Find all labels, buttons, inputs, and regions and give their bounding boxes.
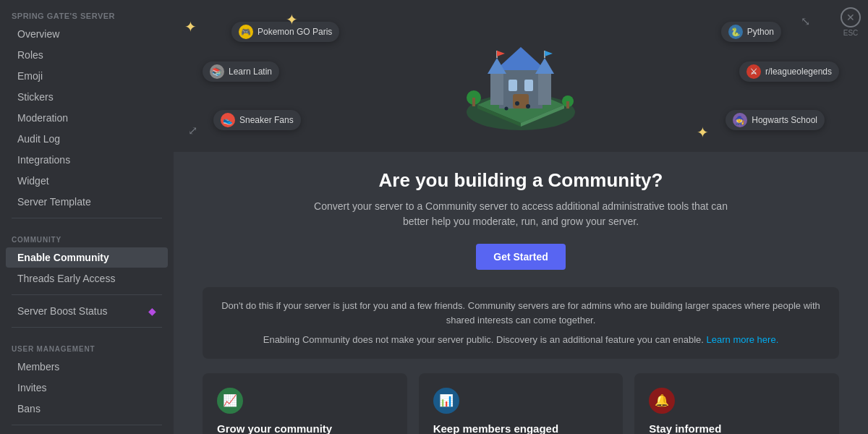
section-community: COMMUNITY [0,224,174,247]
sidebar-item-audit-log[interactable]: Audit Log [6,129,168,149]
expand-icon-bottomleft: ⤢ [188,124,197,137]
feature-card-engaged: 📊 Keep members engaged Access tools like… [419,373,624,435]
sidebar-item-threads-early-access[interactable]: Threads Early Access [6,268,168,289]
sparkle-icon-1: ✦ [184,18,197,35]
page-subtitle: Convert your server to a Community serve… [304,199,738,229]
divider-boost [12,294,162,295]
chip-python-icon: 🐍 [728,25,743,39]
feature-card-grow: 📈 Grow your community Apply to be in Ser… [203,373,407,435]
sidebar-item-bans[interactable]: Bans [6,399,168,419]
server-name: Spring Gate's Server [0,7,174,23]
svg-marker-5 [495,47,546,70]
svg-rect-6 [509,80,517,91]
expand-icon-topright: ⤡ [801,14,810,28]
sparkle-icon-2: ✦ [286,11,298,28]
svg-rect-9 [490,72,503,105]
esc-circle: ✕ [841,7,861,27]
feature-cards: 📈 Grow your community Apply to be in Ser… [203,373,839,435]
svg-point-23 [505,107,509,111]
learn-more-link[interactable]: Learn more here. [707,334,779,345]
divider-user [12,327,162,328]
informed-title: Stay informed [649,422,825,435]
notice-box: Don't do this if your server is just for… [203,287,839,359]
page-title: Are you building a Community? [203,169,839,192]
main-content: 🎮 Pokemon GO Paris 🐍 Python 📚 Learn Lati… [174,0,868,434]
chip-python: 🐍 Python [721,22,781,42]
sidebar-item-stickers[interactable]: Stickers [6,87,168,107]
sidebar-item-enable-community[interactable]: Enable Community [6,247,168,268]
engaged-title: Keep members engaged [433,422,609,435]
divider-community [12,218,162,218]
svg-rect-11 [538,72,551,105]
esc-button[interactable]: ✕ ESC [841,7,861,37]
hero-section: 🎮 Pokemon GO Paris 🐍 Python 📚 Learn Lati… [174,0,868,152]
divider-delete [12,425,162,425]
svg-rect-14 [472,98,475,106]
castle-illustration [448,11,593,141]
svg-rect-16 [566,101,569,109]
chip-latin-icon: 📚 [210,64,224,79]
boost-icon: ◆ [148,305,156,317]
chip-rleague: ⚔ r/leagueolegends [739,61,839,82]
section-user-management: USER MANAGEMENT [0,333,174,356]
sidebar-item-widget[interactable]: Widget [6,171,168,191]
chip-hogwarts-icon: 🧙 [733,113,747,127]
sidebar-item-invites[interactable]: Invites [6,378,168,398]
svg-point-21 [515,101,519,106]
chip-rleague-icon: ⚔ [746,64,761,79]
sidebar-item-moderation[interactable]: Moderation [6,108,168,128]
sidebar: Spring Gate's Server Overview Roles Emoj… [0,0,174,434]
sidebar-item-integrations[interactable]: Integrations [6,150,168,170]
esc-label: ESC [843,29,859,37]
engaged-icon: 📊 [433,388,459,414]
informed-icon: 🔔 [649,388,675,414]
sidebar-item-members[interactable]: Members [6,357,168,377]
grow-icon: 📈 [217,388,243,414]
chip-sneaker-icon: 👟 [221,113,235,127]
notice-text-1: Don't do this if your server is just for… [217,299,825,327]
svg-marker-20 [545,51,553,56]
sidebar-item-delete-server[interactable]: Delete Server [6,431,168,434]
get-started-button[interactable]: Get Started [476,244,565,270]
sidebar-item-server-template[interactable]: Server Template [6,192,168,212]
sparkle-icon-3: ✦ [697,124,709,141]
svg-point-22 [526,104,530,109]
sidebar-item-overview[interactable]: Overview [6,24,168,44]
sidebar-item-server-boost[interactable]: Server Boost Status ◆ [6,301,168,321]
chip-hogwarts: 🧙 Hogwarts School [726,110,825,130]
chip-learn-latin: 📚 Learn Latin [203,61,279,82]
sidebar-item-roles[interactable]: Roles [6,45,168,65]
svg-rect-7 [524,80,533,91]
sidebar-item-emoji[interactable]: Emoji [6,66,168,86]
chip-sneaker-fans: 👟 Sneaker Fans [213,110,301,130]
content-area: Are you building a Community? Convert yo… [174,152,868,434]
svg-marker-18 [497,51,505,56]
notice-text-2: Enabling Community does not make your se… [217,333,825,347]
grow-title: Grow your community [217,422,393,435]
chip-pokemon-icon: 🎮 [239,25,253,39]
feature-card-informed: 🔔 Stay informed Get direct updates about… [634,373,839,435]
